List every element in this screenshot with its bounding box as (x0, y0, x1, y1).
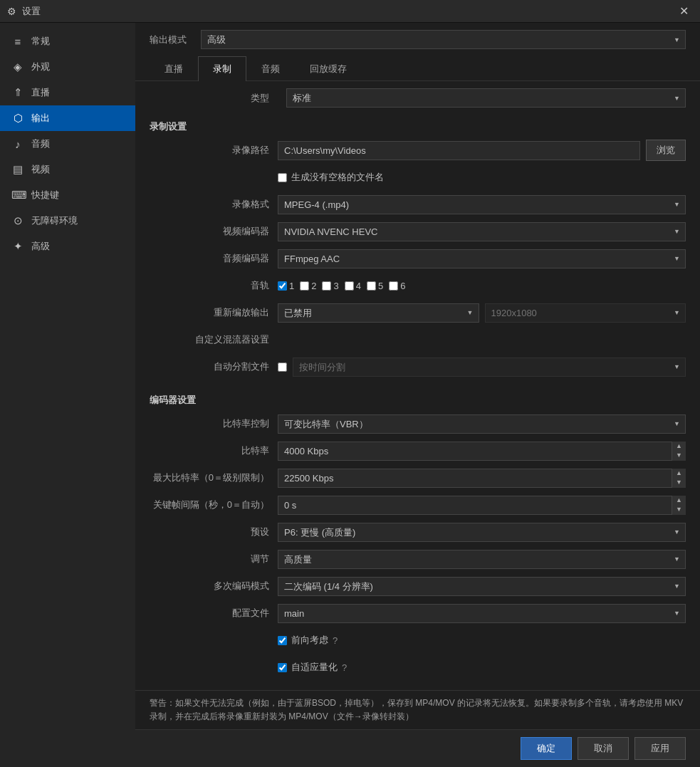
sidebar-item-label: 外观 (31, 61, 50, 73)
multipass-select-wrapper[interactable]: 禁用 一次编码 二次编码 (1/4 分辨率) 二次编码 (全分辨率) (278, 577, 686, 596)
sidebar-item-stream[interactable]: ⇑直播 (0, 80, 135, 105)
keyframe-down-button[interactable]: ▼ (672, 505, 686, 515)
track-checkbox-3[interactable] (322, 281, 331, 291)
video-encoder-select[interactable]: NVIDIA NVENC HEVC NVIDIA NVENC H.264 x26… (278, 222, 686, 241)
sidebar: ≡常规◈外观⇑直播⬡输出♪音频▤视频⌨快捷键⊙无障碍环境✦高级 (0, 23, 135, 767)
lookahead-label[interactable]: 前向考虑 ? (278, 634, 686, 647)
keyframe-up-button[interactable]: ▲ (672, 496, 686, 506)
profile-select[interactable]: main high baseline (278, 604, 686, 623)
resample-select[interactable]: 已禁用 开启 (278, 303, 479, 323)
sidebar-item-accessibility[interactable]: ⊙无障碍环境 (0, 208, 135, 234)
hotkeys-icon: ⌨ (11, 189, 24, 202)
bitrate-control-select[interactable]: 可变比特率（VBR） 固定比特率（CBR） 恒定质量（CQP） (278, 414, 686, 434)
type-bar: 类型 标准 自定义输出(FFmpeg) (150, 81, 686, 113)
bitrate-up-button[interactable]: ▲ (672, 442, 686, 452)
tune-select-wrapper[interactable]: 高质量 低延迟 无 (278, 550, 686, 569)
browse-button[interactable]: 浏览 (646, 140, 686, 161)
format-select[interactable]: MPEG-4 (.mp4) MKV (.mkv) MOV (.mov) FLV … (278, 195, 686, 214)
sidebar-item-output[interactable]: ⬡输出 (0, 105, 135, 131)
type-select[interactable]: 标准 自定义输出(FFmpeg) (286, 88, 686, 108)
psycho-row: 自适应量化 ? (150, 656, 686, 679)
general-icon: ≡ (11, 36, 24, 48)
tab-stream[interactable]: 直播 (150, 56, 198, 81)
track-checkbox-2[interactable] (300, 281, 309, 291)
cancel-button[interactable]: 取消 (578, 737, 629, 760)
psycho-text: 自适应量化 (291, 661, 338, 674)
track-checkbox-6[interactable] (389, 281, 398, 291)
tracks-label: 音轨 (150, 279, 278, 292)
profile-select-wrapper[interactable]: main high baseline (278, 604, 686, 623)
auto-split-select-wrapper[interactable]: 按时间分割 按大小分割 (293, 358, 686, 377)
apply-button[interactable]: 应用 (634, 737, 686, 760)
track-item-5[interactable]: 5 (367, 281, 383, 291)
sidebar-item-advanced[interactable]: ✦高级 (0, 234, 135, 259)
audio-encoder-label: 音频编码器 (150, 252, 278, 265)
lookahead-help-icon: ? (333, 635, 338, 646)
video-encoder-row: 视频编码器 NVIDIA NVENC HEVC NVIDIA NVENC H.2… (150, 220, 686, 243)
bitrate-control-select-wrapper[interactable]: 可变比特率（VBR） 固定比特率（CBR） 恒定质量（CQP） (278, 414, 686, 434)
psycho-label[interactable]: 自适应量化 ? (278, 661, 686, 674)
path-input[interactable] (278, 141, 640, 160)
nospace-control: 生成没有空格的文件名 (278, 171, 686, 184)
title-bar-left: ⚙ 设置 (7, 5, 41, 18)
track-checkbox-1[interactable] (278, 281, 287, 291)
format-label: 录像格式 (150, 198, 278, 211)
lookahead-checkbox[interactable] (278, 636, 287, 645)
settings-icon: ⚙ (7, 6, 16, 17)
output-icon: ⬡ (11, 112, 24, 125)
track-item-6[interactable]: 6 (389, 281, 405, 291)
max-bitrate-up-button[interactable]: ▲ (672, 469, 686, 479)
resample-row: 重新编放输出 已禁用 开启 1920x1080 1280x720 3840x21… (150, 301, 686, 324)
track-checkbox-4[interactable] (345, 281, 354, 291)
tab-audio[interactable]: 音频 (246, 56, 295, 81)
sidebar-item-audio[interactable]: ♪音频 (0, 131, 135, 157)
multipass-row: 多次编码模式 禁用 一次编码 二次编码 (1/4 分辨率) 二次编码 (全分辨率… (150, 575, 686, 598)
nospace-checkbox[interactable] (278, 173, 287, 182)
tab-record[interactable]: 录制 (198, 56, 246, 81)
sidebar-item-general[interactable]: ≡常规 (0, 28, 135, 54)
resample-res-select[interactable]: 1920x1080 1280x720 3840x2160 (485, 303, 686, 323)
preset-select[interactable]: P1: 最快（最低质量） P2: 快 P3: 快 P4: 中等 P5: 慢 P6… (278, 523, 686, 542)
bitrate-down-button[interactable]: ▼ (672, 451, 686, 461)
auto-split-checkbox[interactable] (278, 362, 287, 372)
sidebar-item-label: 直播 (31, 86, 50, 99)
tune-row: 调节 高质量 低延迟 无 (150, 548, 686, 570)
bitrate-control-label: 比特率控制 (150, 417, 278, 430)
track-item-1[interactable]: 1 (278, 281, 294, 291)
track-label-4: 4 (356, 281, 361, 291)
audio-encoder-select-wrapper[interactable]: FFmpeg AAC AAC MP3 (278, 249, 686, 268)
track-item-4[interactable]: 4 (345, 281, 361, 291)
resample-res-select-wrapper[interactable]: 1920x1080 1280x720 3840x2160 (485, 303, 686, 323)
content-area: 输出模式 高级 简单 直播录制音频回放缓存 类型 标准 自定义输出(FFmpeg… (135, 23, 700, 767)
type-select-wrapper[interactable]: 标准 自定义输出(FFmpeg) (286, 88, 686, 108)
multipass-select[interactable]: 禁用 一次编码 二次编码 (1/4 分辨率) 二次编码 (全分辨率) (278, 577, 686, 596)
close-button[interactable]: ✕ (675, 4, 693, 19)
audio-encoder-select[interactable]: FFmpeg AAC AAC MP3 (278, 249, 686, 268)
confirm-button[interactable]: 确定 (521, 737, 572, 760)
bitrate-input[interactable] (278, 442, 686, 461)
tab-replay[interactable]: 回放缓存 (295, 56, 362, 81)
output-mode-select-wrapper[interactable]: 高级 简单 (201, 30, 686, 49)
bitrate-row: 比特率 ▲ ▼ (150, 439, 686, 462)
title-text: 设置 (22, 5, 41, 18)
max-bitrate-input[interactable] (278, 469, 686, 488)
max-bitrate-down-button[interactable]: ▼ (672, 478, 686, 488)
keyframe-input[interactable] (278, 496, 686, 515)
auto-split-select[interactable]: 按时间分割 按大小分割 (293, 358, 686, 377)
output-mode-select[interactable]: 高级 简单 (201, 30, 686, 49)
video-encoder-select-wrapper[interactable]: NVIDIA NVENC HEVC NVIDIA NVENC H.264 x26… (278, 222, 686, 241)
track-item-2[interactable]: 2 (300, 281, 316, 291)
sidebar-item-appearance[interactable]: ◈外观 (0, 54, 135, 80)
preset-select-wrapper[interactable]: P1: 最快（最低质量） P2: 快 P3: 快 P4: 中等 P5: 慢 P6… (278, 523, 686, 542)
nospace-label[interactable]: 生成没有空格的文件名 (278, 171, 686, 184)
track-checkbox-5[interactable] (367, 281, 376, 291)
sidebar-item-video[interactable]: ▤视频 (0, 157, 135, 182)
tune-select[interactable]: 高质量 低延迟 无 (278, 550, 686, 569)
resample-select-wrapper[interactable]: 已禁用 开启 (278, 303, 479, 323)
track-item-3[interactable]: 3 (322, 281, 338, 291)
format-row: 录像格式 MPEG-4 (.mp4) MKV (.mkv) MOV (.mov)… (150, 193, 686, 216)
track-label-2: 2 (311, 281, 316, 291)
psycho-checkbox[interactable] (278, 663, 287, 672)
sidebar-item-hotkeys[interactable]: ⌨快捷键 (0, 182, 135, 208)
format-select-wrapper[interactable]: MPEG-4 (.mp4) MKV (.mkv) MOV (.mov) FLV … (278, 195, 686, 214)
